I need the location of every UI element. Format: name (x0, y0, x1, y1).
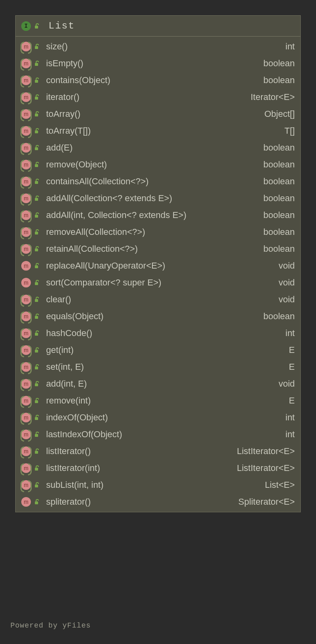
method-abstract-icon: m (21, 480, 31, 490)
method-letter: m (24, 161, 28, 168)
method-signature: remove(int) (46, 395, 91, 406)
svg-rect-6 (35, 130, 38, 133)
return-type: Object[] (264, 109, 295, 119)
method-row[interactable]: maddAll(Collection<? extends E>)boolean (16, 190, 300, 207)
method-row[interactable]: miterator()Iterator<E> (16, 89, 300, 106)
method-signature: iterator() (46, 92, 79, 102)
method-signature: add(int, E) (46, 379, 87, 389)
method-abstract-icon: m (21, 126, 31, 136)
method-row[interactable]: mlistIterator()ListIterator<E> (16, 443, 300, 460)
method-row[interactable]: mremove(int)E (16, 392, 300, 409)
method-row[interactable]: misEmpty()boolean (16, 55, 300, 72)
unlock-icon (34, 297, 40, 302)
method-signature: equals(Object) (46, 311, 103, 322)
method-abstract-icon: m (21, 396, 31, 406)
svg-rect-26 (35, 468, 38, 471)
svg-rect-12 (35, 232, 38, 234)
method-letter: m (24, 397, 28, 404)
method-letter: m (24, 212, 28, 218)
svg-rect-23 (35, 417, 38, 420)
method-row[interactable]: mhashCode()int (16, 325, 300, 342)
class-header[interactable]: I List (16, 16, 300, 37)
method-letter: m (24, 145, 28, 151)
method-signature: addAll(int, Collection<? extends E>) (46, 210, 186, 220)
method-row[interactable]: mclear()void (16, 291, 300, 308)
method-letter: m (24, 347, 28, 353)
svg-rect-19 (35, 350, 38, 353)
method-signature: sort(Comparator<? super E>) (46, 277, 161, 288)
method-row[interactable]: mequals(Object)boolean (16, 308, 300, 325)
method-signature: toArray(T[]) (46, 126, 91, 136)
svg-rect-22 (35, 400, 38, 403)
method-letter: m (24, 111, 28, 117)
method-abstract-icon: m (21, 42, 31, 51)
unlock-icon (34, 229, 40, 235)
method-row[interactable]: mset(int, E)E (16, 359, 300, 375)
unlock-icon (34, 330, 40, 336)
method-row[interactable]: msize()int (16, 38, 300, 55)
method-row[interactable]: mindexOf(Object)int (16, 409, 300, 426)
method-row[interactable]: mcontains(Object)boolean (16, 72, 300, 89)
return-type: int (286, 429, 295, 440)
return-type: int (286, 41, 295, 52)
unlock-icon (34, 432, 40, 437)
method-row[interactable]: mspliterator()Spliterator<E> (16, 493, 300, 510)
method-letter: m (24, 263, 28, 269)
return-type: boolean (263, 210, 295, 220)
method-row[interactable]: mreplaceAll(UnaryOperator<E>)void (16, 257, 300, 274)
method-abstract-icon: m (21, 59, 31, 68)
method-abstract-icon: m (21, 244, 31, 254)
method-letter: m (24, 195, 28, 202)
method-row[interactable]: mget(int)E (16, 342, 300, 359)
return-type: List<E> (265, 480, 295, 490)
unlock-icon (34, 94, 40, 100)
svg-rect-21 (35, 383, 38, 386)
return-type: boolean (263, 159, 295, 170)
method-signature: subList(int, int) (46, 480, 103, 490)
method-row[interactable]: mlistIterator(int)ListIterator<E> (16, 460, 300, 477)
svg-rect-25 (35, 451, 38, 454)
method-row[interactable]: mremoveAll(Collection<?>)boolean (16, 224, 300, 240)
svg-rect-5 (35, 114, 38, 116)
method-row[interactable]: msort(Comparator<? super E>)void (16, 274, 300, 291)
svg-rect-13 (35, 249, 38, 251)
method-row[interactable]: mtoArray()Object[] (16, 106, 300, 122)
method-row[interactable]: maddAll(int, Collection<? extends E>)boo… (16, 207, 300, 224)
method-row[interactable]: madd(E)boolean (16, 139, 300, 156)
return-type: boolean (263, 75, 295, 86)
return-type: void (279, 261, 295, 271)
svg-rect-16 (35, 299, 38, 302)
class-title: List (49, 20, 75, 31)
return-type: Spliterator<E> (238, 497, 295, 507)
method-abstract-icon: m (21, 430, 31, 439)
method-letter: m (24, 448, 28, 454)
return-type: ListIterator<E> (237, 463, 295, 473)
return-type: int (286, 328, 295, 338)
return-type: boolean (263, 244, 295, 254)
method-abstract-icon: m (21, 109, 31, 119)
method-row[interactable]: mcontainsAll(Collection<?>)boolean (16, 173, 300, 190)
method-signature: remove(Object) (46, 159, 107, 170)
svg-rect-8 (35, 164, 38, 167)
return-type: T[] (284, 126, 295, 136)
method-letter: m (24, 499, 28, 505)
svg-rect-7 (35, 147, 38, 150)
method-abstract-icon: m (21, 446, 31, 456)
method-row[interactable]: mremove(Object)boolean (16, 156, 300, 173)
method-row[interactable]: madd(int, E)void (16, 375, 300, 392)
method-letter: m (24, 43, 28, 50)
method-letter: m (24, 77, 28, 84)
method-signature: set(int, E) (46, 362, 84, 372)
method-row[interactable]: msubList(int, int)List<E> (16, 477, 300, 493)
unlock-icon (34, 499, 40, 505)
return-type: boolean (263, 58, 295, 69)
method-row[interactable]: mlastIndexOf(Object)int (16, 426, 300, 443)
svg-rect-24 (35, 434, 38, 437)
method-letter: m (24, 178, 28, 185)
return-type: boolean (263, 193, 295, 204)
class-structure-panel: I List msize()intmisEmpty()booleanmconta… (15, 15, 301, 512)
return-type: boolean (263, 143, 295, 153)
method-row[interactable]: mtoArray(T[])T[] (16, 122, 300, 139)
method-row[interactable]: mretainAll(Collection<?>)boolean (16, 240, 300, 257)
unlock-icon (34, 246, 40, 252)
